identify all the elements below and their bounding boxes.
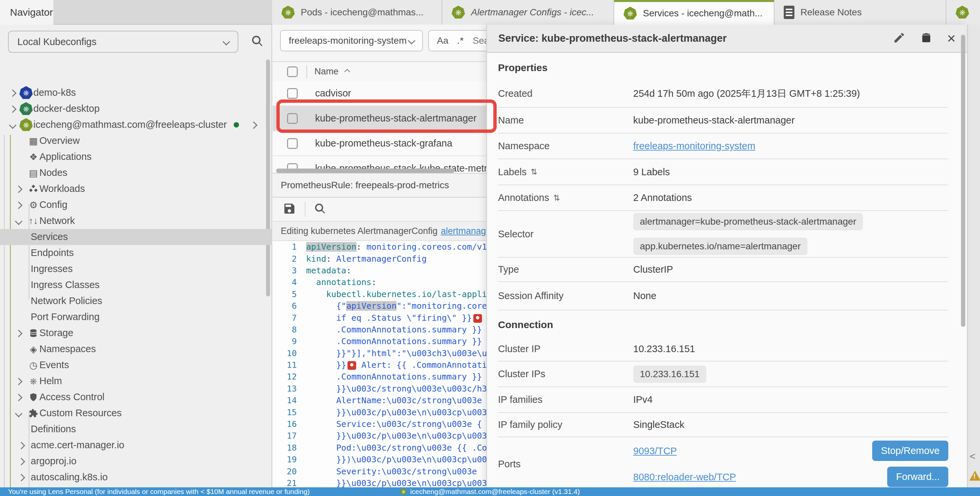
row-checkbox[interactable] [287,113,298,124]
sidebar-item-label: argoproj.io [31,456,76,467]
port-action-button[interactable]: Forward... [887,467,948,487]
sidebar-item-definitions[interactable]: Definitions [0,421,272,437]
sidebar-item-label: autoscaling.k8s.io [31,472,108,483]
tab-release-notes[interactable]: Release Notes [775,0,946,25]
sidebar-item-label: Ingress Classes [31,279,99,290]
chevron-right-icon[interactable] [250,121,258,129]
namespace-link[interactable]: freeleaps-monitoring-system [633,140,756,151]
sidebar-item-argoproj-io[interactable]: argoproj.io [0,453,272,469]
delete-trash-icon[interactable] [920,31,932,46]
tab-services-icecheng-math[interactable]: ⎈Services - icecheng@math...✕ [614,0,775,25]
match-case-toggle[interactable]: Aa [437,35,448,46]
chevron-right-icon[interactable] [9,105,17,113]
lens-app-window: Navigator ⎈Pods - icecheng@mathmas...⎈Al… [0,0,980,496]
edit-pencil-icon[interactable] [893,31,905,45]
chevron-right-icon[interactable] [18,442,25,450]
select-all-checkbox[interactable] [287,67,298,77]
sidebar-item-namespaces[interactable]: ◈Namespaces [0,341,272,357]
line-number: 12 [273,372,306,382]
chevron-right-icon[interactable] [9,89,17,97]
row-checkbox[interactable] [287,88,298,99]
sidebar-item-port-forwarding[interactable]: Port Forwarding [0,309,272,325]
warning-icon[interactable] [969,471,980,481]
events-icon: ◷ [27,358,40,372]
active-cluster-status[interactable]: ⎈ icecheng@mathmast.com@freeleaps-cluste… [400,488,580,496]
navigator-title: Navigator [10,7,53,18]
chevron-down-icon[interactable] [15,218,23,225]
sidebar-item-label: Events [40,359,69,370]
sidebar-item-label: Storage [40,327,73,339]
code-text: }}"}],"html":"\u003ch3\u003e\u [306,348,487,358]
close-icon[interactable]: × [947,31,956,46]
chevron-right-icon[interactable] [15,202,23,209]
sidebar-item-icecheng-mathmast-com-freeleaps-cluster[interactable]: ⎈icecheng@mathmast.com@freeleaps-cluster [0,117,272,133]
code-text: if eq .Status \"firing\" }} [306,313,482,323]
chevron-right-icon[interactable] [15,394,23,402]
sidebar-item-workloads[interactable]: Workloads [0,181,272,197]
drawer-scrollbar[interactable] [961,35,965,327]
line-number: 6 [273,301,306,311]
sort-asc-icon [344,69,350,75]
row-checkbox[interactable] [287,138,298,149]
chevron-right-icon[interactable] [18,474,25,482]
sidebar-item-demo-k8s[interactable]: ⎈demo-k8s [0,85,272,101]
chevron-right-icon[interactable] [18,458,25,466]
detail-label: Annotations⇅ [498,192,633,203]
save-icon[interactable] [283,202,296,217]
chevron-right-icon[interactable] [15,378,23,386]
detail-row-namespace: Namespacefreeleaps-monitoring-system [498,134,948,159]
sidebar-item-custom-resources[interactable]: Custom Resources [0,405,272,421]
kubeconfig-select[interactable]: Local Kubeconfigs [8,31,238,53]
chevron-down-icon[interactable] [15,410,23,418]
value-badge[interactable]: app.kubernetes.io/name=alertmanager [633,238,807,255]
detail-value: IPv4 [633,394,948,405]
sidebar-item-network-policies[interactable]: Network Policies [0,293,272,309]
value-badge[interactable]: 10.233.16.151 [633,366,706,383]
port-row: 8080:reloader-web/TCPForward... [633,464,948,487]
navigator-panel-tab[interactable]: Navigator [0,0,53,25]
sidebar-item-endpoints[interactable]: Endpoints [0,245,272,261]
chevron-left-icon[interactable]: < [970,451,976,462]
line-number: 17 [273,431,306,440]
name-column-header[interactable]: Name [314,67,339,77]
sidebar-item-helm[interactable]: ⎈Helm [0,373,272,389]
line-number: 4 [273,277,306,287]
search-icon[interactable] [251,35,264,49]
sort-toggle-icon[interactable]: ⇅ [553,193,560,203]
editor-search-icon[interactable] [314,203,326,216]
sidebar-item-applications[interactable]: ❖Applications [0,149,272,165]
sidebar-item-ingresses[interactable]: Ingresses [0,261,272,277]
sidebar-item-storage[interactable]: Storage [0,325,272,341]
detail-value: alertmanager=kube-prometheus-stack-alert… [633,213,948,255]
tab-partial[interactable]: ⎈ [946,0,980,25]
sidebar-item-config[interactable]: ⚙Config [0,197,272,213]
sidebar-item-acme-cert-manager-io[interactable]: acme.cert-manager.io [0,437,272,453]
service-name: cadvisor [315,88,351,99]
sort-toggle-icon[interactable]: ⇅ [530,167,537,176]
code-text: }} Alert: {{ .CommonAnnotati [306,360,487,370]
chevron-right-icon[interactable] [15,186,23,193]
sidebar-item-ingress-classes[interactable]: Ingress Classes [0,277,272,293]
sidebar-item-events[interactable]: ◷Events [0,357,272,373]
sidebar-item-nodes[interactable]: ▤Nodes [0,165,272,181]
sidebar-item-autoscaling-k8s-io[interactable]: autoscaling.k8s.io [0,469,272,485]
chevron-down-icon[interactable] [9,121,17,129]
horizontal-scrollbar[interactable] [276,169,455,173]
tab-alertmanager-configs-icec[interactable]: ⎈Alertmanager Configs - icec... [442,0,614,25]
sidebar-item-network[interactable]: ↑↓Network [0,213,272,229]
sidebar-item-services[interactable]: Services [0,229,272,245]
namespace-select[interactable]: freeleaps-monitoring-system [280,30,423,51]
port-link[interactable]: 9093/TCP [633,445,677,456]
sidebar-item-overview[interactable]: ▦Overview [0,133,272,149]
port-action-button[interactable]: Stop/Remove [872,440,948,461]
regex-toggle[interactable]: .* [457,35,464,46]
line-number: 13 [273,384,306,394]
chevron-right-icon[interactable] [15,330,23,337]
tab-pods-icecheng-mathmas[interactable]: ⎈Pods - icecheng@mathmas... [272,0,442,25]
drawer-title: Service: kube-prometheus-stack-alertmana… [498,32,727,45]
sidebar-item-access-control[interactable]: Access Control [0,389,272,405]
line-number: 19 [273,455,306,464]
port-link[interactable]: 8080:reloader-web/TCP [633,472,736,483]
value-badge[interactable]: alertmanager=kube-prometheus-stack-alert… [633,213,863,230]
sidebar-item-docker-desktop[interactable]: ⎈docker-desktop [0,101,272,117]
